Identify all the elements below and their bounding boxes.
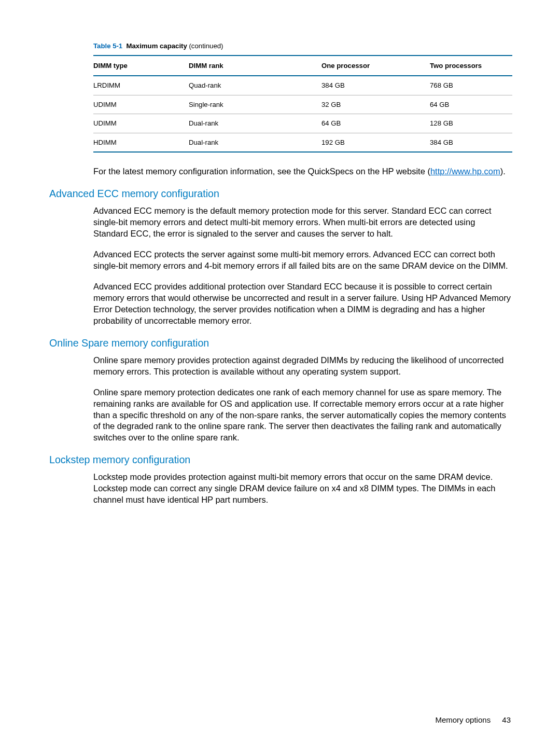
- heading-lockstep: Lockstep memory configuration: [49, 453, 511, 466]
- cell-one-proc: 32 GB: [321, 95, 430, 114]
- capacity-table: DIMM type DIMM rank One processor Two pr…: [93, 55, 512, 153]
- cell-one-proc: 64 GB: [321, 114, 430, 133]
- table-row: UDIMM Dual-rank 64 GB 128 GB: [93, 114, 512, 133]
- paragraph: Online spare memory provides protection …: [93, 355, 511, 378]
- paragraph: Lockstep mode provides protection agains…: [93, 472, 511, 506]
- cell-dimm-rank: Single-rank: [189, 95, 321, 114]
- cell-two-proc: 128 GB: [430, 114, 512, 133]
- cell-dimm-type: LRDIMM: [93, 76, 189, 95]
- col-dimm-rank: DIMM rank: [189, 56, 321, 76]
- table-row: HDIMM Dual-rank 192 GB 384 GB: [93, 133, 512, 152]
- paragraph: Online spare memory protection dedicates…: [93, 387, 511, 444]
- cell-dimm-rank: Dual-rank: [189, 114, 321, 133]
- footer-section-title: Memory options: [435, 715, 491, 724]
- col-two-processors: Two processors: [430, 56, 512, 76]
- intro-paragraph: For the latest memory configuration info…: [93, 166, 511, 177]
- cell-dimm-type: UDIMM: [93, 95, 189, 114]
- cell-dimm-rank: Quad-rank: [189, 76, 321, 95]
- cell-one-proc: 192 GB: [321, 133, 430, 152]
- heading-advanced-ecc: Advanced ECC memory configuration: [49, 187, 511, 200]
- col-dimm-type: DIMM type: [93, 56, 189, 76]
- table-row: UDIMM Single-rank 32 GB 64 GB: [93, 95, 512, 114]
- cell-two-proc: 64 GB: [430, 95, 512, 114]
- table-caption-id: Table 5-1: [93, 42, 122, 50]
- col-one-processor: One processor: [321, 56, 430, 76]
- hp-website-link[interactable]: http://www.hp.com: [430, 167, 500, 176]
- table-header-row: DIMM type DIMM rank One processor Two pr…: [93, 56, 512, 76]
- footer-page-number: 43: [502, 715, 511, 724]
- cell-dimm-type: UDIMM: [93, 114, 189, 133]
- heading-online-spare: Online Spare memory configuration: [49, 336, 511, 350]
- paragraph: Advanced ECC protects the server against…: [93, 249, 511, 272]
- table-caption-suffix: (continued): [187, 42, 223, 50]
- table-row: LRDIMM Quad-rank 384 GB 768 GB: [93, 76, 512, 95]
- table-caption: Table 5-1 Maximum capacity (continued): [93, 42, 511, 51]
- page-footer: Memory options 43: [435, 715, 511, 725]
- intro-tail: ).: [500, 167, 506, 176]
- paragraph: Advanced ECC memory is the default memor…: [93, 205, 511, 240]
- cell-dimm-rank: Dual-rank: [189, 133, 321, 152]
- cell-one-proc: 384 GB: [321, 76, 430, 95]
- intro-lead: For the latest memory configuration info…: [93, 167, 430, 176]
- paragraph: Advanced ECC provides additional protect…: [93, 281, 511, 327]
- cell-dimm-type: HDIMM: [93, 133, 189, 152]
- table-caption-title: Maximum capacity: [127, 42, 187, 50]
- cell-two-proc: 768 GB: [430, 76, 512, 95]
- cell-two-proc: 384 GB: [430, 133, 512, 152]
